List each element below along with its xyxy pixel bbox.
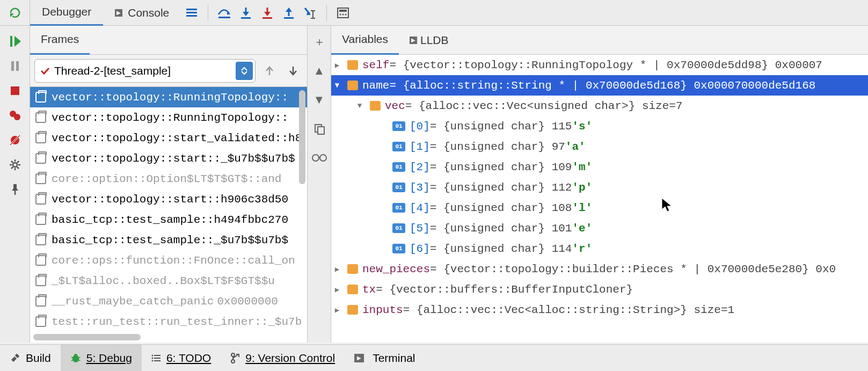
variable-index: [2] <box>410 161 430 173</box>
check-icon <box>40 67 50 75</box>
variable-row[interactable]: ▼vec = {alloc::vec::Vec<unsigned char>} … <box>331 96 868 116</box>
variable-row[interactable]: 01[0] = {unsigned char} 115 's' <box>331 116 868 136</box>
variable-row[interactable]: ▶self = {vector::topology::RunningTopolo… <box>331 55 868 75</box>
duplicate-watch-button[interactable] <box>311 120 328 137</box>
variable-value: = {unsigned char} 115 <box>430 120 572 133</box>
move-watch-down-button[interactable]: ▼ <box>311 91 328 108</box>
expand-toggle[interactable]: ▼ <box>354 101 366 110</box>
layout-icon <box>186 9 197 17</box>
show-watches-button[interactable] <box>311 149 328 166</box>
svg-point-8 <box>345 13 347 15</box>
toolwin-debug[interactable]: 5: Debug <box>61 345 142 372</box>
variable-row[interactable]: 01[4] = {unsigned char} 108 'l' <box>331 198 868 218</box>
tab-frames[interactable]: Frames <box>30 26 90 55</box>
expand-toggle[interactable]: ▶ <box>331 305 343 315</box>
run-to-cursor-button[interactable] <box>300 0 321 26</box>
variable-row[interactable]: 01[3] = {unsigned char} 112 'p' <box>331 177 868 198</box>
variable-row[interactable]: ▶new_pieces = {vector::topology::builder… <box>331 259 868 279</box>
svg-rect-12 <box>11 86 19 95</box>
console-icon: ▶ <box>115 9 122 17</box>
rerun-button[interactable] <box>0 0 30 26</box>
frame-row[interactable]: core::ops::function::FnOnce::call_on <box>30 250 307 271</box>
mute-breakpoints-button[interactable] <box>4 128 26 152</box>
step-out-icon <box>283 6 295 19</box>
vertical-scrollbar[interactable] <box>299 90 305 184</box>
move-watch-up-button[interactable]: ▲ <box>311 62 328 79</box>
svg-point-6 <box>340 13 341 15</box>
frame-row[interactable]: basic_tcp::test_sample::_$u7b$$u7b$ <box>30 230 307 250</box>
expand-toggle[interactable]: ▼ <box>331 81 343 90</box>
variable-row[interactable]: ▶inputs = {alloc::vec::Vec<alloc::string… <box>331 300 868 320</box>
variables-tree[interactable]: ▶self = {vector::topology::RunningTopolo… <box>331 55 868 343</box>
step-out-button[interactable] <box>278 0 300 26</box>
frame-row[interactable]: vector::topology::RunningTopology:: <box>30 87 307 107</box>
tab-lldb[interactable]: ▶ LLDB <box>399 26 459 55</box>
prev-frame-button[interactable] <box>260 61 279 81</box>
stop-button[interactable] <box>4 78 26 103</box>
frame-label: vector::topology::start_validated::h8 <box>52 132 302 144</box>
pause-button[interactable] <box>4 54 26 78</box>
force-step-into-button[interactable] <box>257 0 278 26</box>
step-into-button[interactable] <box>235 0 257 26</box>
expand-toggle[interactable]: ▶ <box>331 265 343 274</box>
view-breakpoints-button[interactable] <box>4 103 26 128</box>
console-icon: ▶ <box>410 37 417 44</box>
step-over-button[interactable] <box>214 0 235 26</box>
evaluate-expression-button[interactable] <box>332 0 354 26</box>
stack-frame-icon <box>35 235 46 245</box>
variable-row[interactable]: ▼name = {alloc::string::String * | 0x700… <box>331 75 868 96</box>
frame-row[interactable]: test::run_test::run_test_inner::_$u7b <box>30 311 307 332</box>
toolwin-vcs[interactable]: 9: Version Control <box>221 345 345 372</box>
pin-button[interactable] <box>4 177 26 202</box>
frame-row[interactable]: __rust_maybe_catch_panic0x0000000 <box>30 291 307 311</box>
frame-row[interactable]: vector::topology::RunningTopology:: <box>30 107 307 128</box>
step-over-icon <box>217 7 231 19</box>
struct-icon <box>347 285 358 294</box>
tab-variables[interactable]: Variables <box>331 26 399 55</box>
svg-rect-10 <box>11 61 14 71</box>
next-frame-button[interactable] <box>283 61 303 81</box>
toolwin-build[interactable]: Build <box>0 345 61 372</box>
horizontal-scrollbar[interactable] <box>33 334 141 340</box>
stack-frame-icon <box>35 316 46 327</box>
variable-index: [5] <box>410 222 430 235</box>
variable-row[interactable]: ▶tx = {vector::buffers::BufferInputClone… <box>331 279 868 300</box>
variable-row[interactable]: 01[5] = {unsigned char} 101 'e' <box>331 218 868 238</box>
toolwin-terminal[interactable]: ▶ Terminal <box>345 345 425 372</box>
variable-index: [4] <box>410 202 430 214</box>
layout-settings-button[interactable] <box>181 0 202 26</box>
frame-row[interactable]: basic_tcp::test_sample::h494fbbc270 <box>30 209 307 230</box>
frame-row[interactable]: vector::topology::start::_$u7b$$u7b$ <box>30 148 307 169</box>
svg-point-31 <box>320 155 326 161</box>
expand-toggle[interactable]: ▶ <box>331 61 343 70</box>
gear-icon <box>9 159 21 171</box>
thread-select-stepper[interactable] <box>236 62 253 80</box>
variable-value: = {unsigned char} 109 <box>430 161 572 173</box>
thread-select[interactable]: Thread-2-[test_sample] <box>34 59 256 83</box>
tab-console[interactable]: ▶ Console <box>103 0 181 26</box>
expand-toggle[interactable]: ▶ <box>331 285 343 294</box>
variable-row[interactable]: 01[1] = {unsigned char} 97 'a' <box>331 136 868 157</box>
frame-row[interactable]: _$LT$alloc..boxed..Box$LT$F$GT$$u <box>30 271 307 291</box>
frame-label: vector::topology::start::h906c38d50 <box>52 193 288 206</box>
svg-line-38 <box>78 360 80 361</box>
rerun-icon <box>9 6 21 19</box>
frames-list[interactable]: vector::topology::RunningTopology::vecto… <box>30 87 307 343</box>
triangle-down-icon: ▼ <box>313 93 325 107</box>
thread-selector-row: Thread-2-[test_sample] <box>30 55 307 87</box>
resume-button[interactable] <box>4 29 26 54</box>
tab-debugger[interactable]: Debugger <box>30 0 103 26</box>
frame-row[interactable]: core::option::Option$LT$T$GT$::and <box>30 169 307 189</box>
settings-button[interactable] <box>4 152 26 177</box>
variable-value: = {alloc::vec::Vec<alloc::string::String… <box>403 304 735 316</box>
variable-row[interactable]: 01[2] = {unsigned char} 109 'm' <box>331 157 868 177</box>
tool-window-bar: Build 5: Debug 6: TODO 9: Version Contro… <box>0 344 868 371</box>
variable-name: tx <box>362 283 376 296</box>
toolwin-todo[interactable]: 6: TODO <box>142 345 221 372</box>
frame-row[interactable]: vector::topology::start::h906c38d50 <box>30 189 307 209</box>
svg-rect-0 <box>218 17 230 18</box>
variable-row[interactable]: 01[6] = {unsigned char} 114 'r' <box>331 238 868 259</box>
copy-icon <box>313 123 325 135</box>
new-watch-button[interactable]: ＋ <box>311 33 328 50</box>
frame-row[interactable]: vector::topology::start_validated::h8 <box>30 128 307 148</box>
